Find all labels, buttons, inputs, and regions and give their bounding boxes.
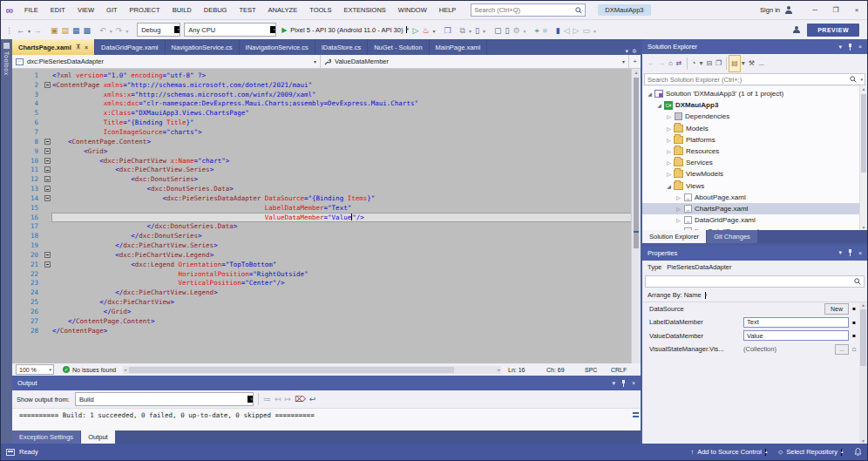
code-editor[interactable]: 1<?xml version="1.0" encoding="utf-8" ?>… [12,69,641,363]
tree-item-models[interactable]: ▷Models [642,123,867,134]
property-value-input[interactable]: Text [743,317,849,328]
property-marker[interactable]: ■ [849,333,859,338]
editor-vertical-scrollbar[interactable]: ▲ [631,69,641,363]
collapse-region-icon[interactable] [44,195,51,201]
frame-navigation-icon[interactable]: ⧉ [458,26,467,35]
scrollbar-thumb[interactable] [129,367,454,373]
code-line-6[interactable]: 6 Title="{Binding Title}" [12,118,631,127]
tree-item-dependencies[interactable]: ▷Dependencies [642,111,867,122]
code-line-2[interactable]: 2<ContentPage xmlns="http://schemas.micr… [12,80,631,90]
member-dropdown[interactable]: ValueDataMember ▾ [320,55,628,68]
se-pending-changes-filter-icon[interactable]: ◔ [690,56,698,71]
solution-search-input[interactable] [645,76,850,84]
menu-item-file[interactable]: FILE [18,1,44,19]
pin-icon[interactable]: ⊼ [76,44,80,51]
scroll-left-icon[interactable]: ◂ [124,366,126,374]
monitor-icon[interactable]: ▢ [492,26,504,35]
toolbox-tab[interactable]: Toolbox [1,39,12,444]
code-line-19[interactable]: 19 </dxc:PieChartView.Series> [12,241,631,250]
quick-search-box[interactable] [471,3,586,17]
frame-dropdown-icon[interactable]: ▾ [467,29,473,34]
code-line-8[interactable]: 8 <ContentPage.Content> [12,137,631,146]
arrange-by-dropdown[interactable]: Arrange By: Name ▾ [642,289,867,302]
code-line-17[interactable]: 17 </dxc:DonutSeries.Data> [12,222,631,232]
collapse-region-icon[interactable] [44,252,51,258]
preview-features-button[interactable]: PREVIEW [807,24,859,37]
sign-in-link[interactable]: Sign in [760,6,780,14]
xaml-live-preview-icon[interactable]: ❒ [442,26,452,35]
live-property-explorer-icon[interactable]: ⌗ [541,26,549,35]
tab-navigationservice-cs[interactable]: NavigationService.cs [166,39,240,55]
hot-reload-dropdown-icon[interactable]: ▾ [431,29,437,34]
property-marker[interactable]: □ [849,347,859,352]
close-icon[interactable]: × [632,380,635,386]
mirror-dropdown-icon[interactable]: ▾ [522,29,528,34]
tab-idatastore-cs[interactable]: IDataStore.cs [315,39,368,55]
menu-item-project[interactable]: PROJECT [124,1,166,19]
prev-bookmark-icon[interactable]: ◁ [562,26,572,35]
fold-margin[interactable] [42,158,52,164]
output-prev-message-icon[interactable]: ↤ [273,395,283,403]
collapse-region-icon[interactable] [44,82,51,88]
expander-icon[interactable]: ▷ [665,125,673,132]
tree-item-services[interactable]: ▷Services [642,157,867,168]
start-without-debugging-icon[interactable]: ▷ [410,26,420,35]
se-filter-dropdown-icon[interactable]: ▾ [697,56,704,71]
tab-nuget-solution[interactable]: NuGet - Solution [368,39,429,55]
clear-bookmarks-icon[interactable]: ▭ [581,26,593,35]
se-show-all-dropdown-icon[interactable]: ▾ [740,56,747,71]
property-value-input[interactable]: Value [743,330,849,341]
properties-header[interactable]: Properties ▾ × [642,246,867,261]
code-line-15[interactable]: 15 LabelDataMember="Text" [12,203,631,213]
save-icon[interactable]: ▦ [71,26,82,35]
se-sync-with-active-document-icon[interactable]: ⇄ [675,56,684,71]
scroll-right-icon[interactable]: ▸ [498,366,500,374]
document-health-indicator[interactable]: ✓ No issues found [63,366,116,373]
tab-inavigationservice-cs[interactable]: INavigationService.cs [240,39,315,55]
code-line-11[interactable]: 11 <dxc:PieChartView.Series> [12,165,631,174]
collapse-region-icon[interactable] [44,139,51,145]
live-visual-tree-icon[interactable]: ⌖ [533,26,541,35]
fold-margin[interactable] [42,176,52,182]
window-options-gear-icon[interactable]: ✲ [632,48,637,55]
se-collapse-all-icon[interactable]: ⊟ [704,56,714,71]
restore-button[interactable]: ❐ [825,1,846,19]
tree-item-solution-dxmauiapp3-1-of-1-project-[interactable]: ◢Solution 'DXMauiApp3' (1 of 1 project) [642,88,867,99]
code-line-16[interactable]: 16 ValueDataMember="Value"/> [12,213,631,222]
expander-icon[interactable]: ▷ [675,228,682,229]
chevron-down-icon[interactable]: ▾ [838,44,842,51]
device-portrait-icon[interactable]: ▯ [473,26,481,35]
tree-item-dxmauiapp3[interactable]: ◢C#DXMauiApp3 [642,99,867,111]
expander-icon[interactable]: ▷ [665,148,673,154]
minimize-button[interactable]: ─ [804,1,825,19]
expander-icon[interactable]: ▷ [675,206,682,212]
property-marker[interactable]: ■ [849,320,859,325]
close-icon[interactable]: × [858,44,862,50]
output-log[interactable]: ========== Build: 1 succeeded, 0 failed,… [12,408,641,430]
send-feedback-icon[interactable] [792,26,800,34]
panel-tab-output[interactable]: Output [81,430,115,444]
menu-item-edit[interactable]: EDIT [44,1,71,19]
menu-item-view[interactable]: VIEW [71,1,100,19]
pin-icon[interactable] [847,249,853,256]
scroll-up-icon[interactable]: ▲ [632,69,641,77]
output-clear-all-icon[interactable]: ⌦ [293,395,308,403]
chevron-down-icon[interactable]: ▾ [612,380,615,387]
collapse-region-icon[interactable] [44,261,51,268]
close-icon[interactable]: × [858,250,862,256]
fold-margin[interactable] [42,186,52,192]
tab-list-chevron-icon[interactable]: ▾ [626,48,629,55]
spaces-indicator[interactable]: SPC [585,367,611,373]
tree-item-itemdetailpage-xaml[interactable]: ▷ItemDetailPage.xaml [642,226,867,229]
code-line-13[interactable]: 13 <dxc:DonutSeries.Data> [12,184,631,193]
fold-margin[interactable] [42,82,52,88]
code-line-5[interactable]: 5 x:Class="DXMauiApp3.Views.ChartsPage" [12,108,631,118]
output-pane-header[interactable]: Output ▾ × [12,376,641,390]
pin-icon[interactable] [847,44,853,51]
tab-chartspage-xaml[interactable]: ChartsPage.xaml⊼× [12,39,95,55]
code-line-12[interactable]: 12 <dxc:DonutSeries> [12,174,631,184]
editor-horizontal-scrollbar[interactable]: ◂ ▸ [123,366,501,374]
code-line-28[interactable]: 28</ContentPage> [12,326,631,336]
select-repository-button[interactable]: ⬦ Select Repository ▴ [778,448,842,457]
expander-icon[interactable]: ◢ [655,102,663,108]
